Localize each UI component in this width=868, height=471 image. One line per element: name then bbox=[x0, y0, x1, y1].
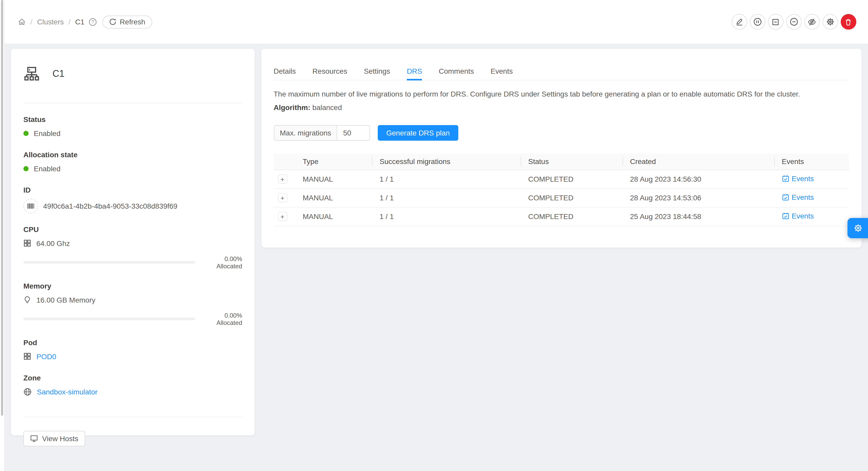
allocation-value: Enabled bbox=[34, 163, 61, 174]
globe-icon bbox=[23, 388, 32, 396]
expand-column-header bbox=[274, 154, 296, 170]
expand-row-button[interactable]: + bbox=[278, 174, 287, 184]
cell-created: 28 Aug 2023 14:53:06 bbox=[623, 189, 774, 207]
zone-link[interactable]: Sandbox-simulator bbox=[37, 386, 97, 397]
view-hosts-button[interactable]: View Hosts bbox=[23, 431, 85, 446]
events-link[interactable]: Events bbox=[782, 212, 814, 220]
desktop-icon bbox=[30, 434, 38, 442]
tab-events[interactable]: Events bbox=[491, 61, 513, 80]
header-actions bbox=[731, 14, 856, 30]
breadcrumb-current: C1 bbox=[75, 18, 85, 26]
drs-plans-table: Type Successful migrations Status Create… bbox=[274, 154, 849, 226]
tab-resources[interactable]: Resources bbox=[313, 61, 347, 80]
table-row: + MANUAL 1 / 1 COMPLETED 28 Aug 2023 14:… bbox=[274, 189, 849, 207]
expand-row-button[interactable]: + bbox=[278, 193, 287, 202]
gear-icon bbox=[826, 18, 834, 26]
app-window: / Clusters / C1 ? Refre bbox=[0, 0, 868, 471]
cell-successful-migrations: 1 / 1 bbox=[372, 207, 521, 226]
reload-icon bbox=[109, 18, 116, 26]
gear-icon bbox=[854, 224, 862, 233]
breadcrumb-separator: / bbox=[69, 18, 71, 26]
refresh-button[interactable]: Refresh bbox=[102, 15, 152, 28]
divider bbox=[23, 102, 242, 103]
status-value: Enabled bbox=[34, 128, 61, 138]
minus-circle-icon bbox=[789, 18, 798, 26]
appstore-icon bbox=[23, 239, 31, 247]
breadcrumb-separator: / bbox=[30, 18, 32, 26]
cell-status: COMPLETED bbox=[521, 170, 623, 189]
cell-type: MANUAL bbox=[296, 207, 372, 226]
status-section: Status Enabled bbox=[23, 114, 242, 138]
main-column: / Clusters / C1 ? Refre bbox=[4, 0, 868, 471]
delete-button[interactable] bbox=[840, 14, 856, 30]
tab-comments[interactable]: Comments bbox=[439, 61, 474, 80]
content-area: C1 Status Enabled Allocation state Enabl… bbox=[4, 44, 868, 471]
id-label: ID bbox=[23, 184, 242, 195]
tab-details[interactable]: Details bbox=[274, 61, 296, 80]
allocation-label: Allocation state bbox=[23, 149, 242, 160]
home-icon[interactable] bbox=[18, 18, 26, 26]
allocation-dot bbox=[23, 166, 29, 171]
cell-successful-migrations: 1 / 1 bbox=[372, 189, 521, 207]
minus-square-button[interactable] bbox=[768, 14, 783, 30]
cpu-progress-bar bbox=[23, 261, 195, 264]
top-bar: / Clusters / C1 ? Refre bbox=[4, 0, 868, 44]
minus-square-icon bbox=[772, 18, 779, 26]
drs-algorithm-row: Algorithm: balanced bbox=[274, 102, 849, 112]
divider bbox=[23, 416, 242, 417]
svg-text:?: ? bbox=[91, 19, 94, 24]
pause-circle-icon bbox=[753, 18, 762, 26]
table-row: + MANUAL 1 / 1 COMPLETED 28 Aug 2023 14:… bbox=[274, 170, 849, 189]
drs-description: The maximum number of live migrations to… bbox=[274, 89, 849, 99]
events-link-label: Events bbox=[792, 193, 814, 201]
column-header-successful-migrations: Successful migrations bbox=[372, 154, 521, 170]
zone-label: Zone bbox=[23, 372, 242, 383]
view-hosts-label: View Hosts bbox=[42, 434, 79, 442]
question-circle-icon[interactable]: ? bbox=[89, 18, 96, 26]
minus-circle-button[interactable] bbox=[786, 14, 802, 30]
cell-created: 25 Aug 2023 18:44:58 bbox=[623, 207, 774, 226]
events-link[interactable]: Events bbox=[782, 174, 814, 183]
appstore-icon bbox=[23, 352, 31, 360]
floating-settings-button[interactable] bbox=[847, 218, 868, 238]
pod-label: Pod bbox=[23, 337, 242, 347]
barcode-icon bbox=[23, 199, 38, 213]
eye-invisible-button[interactable] bbox=[804, 14, 820, 30]
pause-circle-button[interactable] bbox=[749, 14, 765, 30]
scrollbar-thumb[interactable] bbox=[1, 0, 3, 416]
tab-settings[interactable]: Settings bbox=[364, 61, 390, 80]
memory-value: 16.00 GB Memory bbox=[36, 295, 95, 305]
tab-bar: Details Resources Settings DRS Comments … bbox=[274, 61, 849, 80]
trash-icon bbox=[844, 18, 852, 26]
generate-drs-plan-button[interactable]: Generate DRS plan bbox=[378, 125, 458, 140]
zone-section: Zone Sandbox-simulator bbox=[23, 372, 242, 397]
calendar-check-icon bbox=[782, 175, 789, 182]
breadcrumb-clusters-link[interactable]: Clusters bbox=[37, 18, 64, 26]
tab-drs[interactable]: DRS bbox=[407, 61, 422, 80]
expand-row-button[interactable]: + bbox=[278, 212, 287, 221]
cluster-id-value: 49f0c6a1-4b2b-4ba4-9053-33c08d839f69 bbox=[43, 201, 178, 211]
cell-type: MANUAL bbox=[296, 189, 372, 207]
cluster-detail-card: Details Resources Settings DRS Comments … bbox=[261, 48, 861, 247]
edit-icon bbox=[735, 18, 743, 26]
settings-button[interactable] bbox=[822, 14, 838, 30]
events-link-label: Events bbox=[792, 174, 814, 183]
cpu-label: CPU bbox=[23, 224, 242, 234]
pod-link[interactable]: POD0 bbox=[36, 351, 56, 362]
table-row: + MANUAL 1 / 1 COMPLETED 25 Aug 2023 18:… bbox=[274, 207, 849, 226]
edit-button[interactable] bbox=[731, 14, 747, 30]
column-header-created: Created bbox=[623, 154, 774, 170]
memory-allocated-label: 0.00% Allocated bbox=[198, 312, 242, 326]
bulb-icon bbox=[23, 296, 31, 304]
cell-successful-migrations: 1 / 1 bbox=[372, 170, 521, 189]
algorithm-value: balanced bbox=[312, 103, 342, 111]
cluster-info-card: C1 Status Enabled Allocation state Enabl… bbox=[11, 48, 255, 435]
events-link[interactable]: Events bbox=[782, 193, 814, 201]
memory-section: Memory 16.00 GB Memory 0.00% Allocated bbox=[23, 280, 242, 326]
cluster-name: C1 bbox=[53, 68, 64, 79]
calendar-check-icon bbox=[782, 212, 789, 220]
breadcrumb: / Clusters / C1 ? bbox=[18, 18, 96, 26]
cell-status: COMPLETED bbox=[521, 189, 623, 207]
max-migrations-input[interactable] bbox=[337, 125, 370, 140]
column-header-type: Type bbox=[296, 154, 372, 170]
